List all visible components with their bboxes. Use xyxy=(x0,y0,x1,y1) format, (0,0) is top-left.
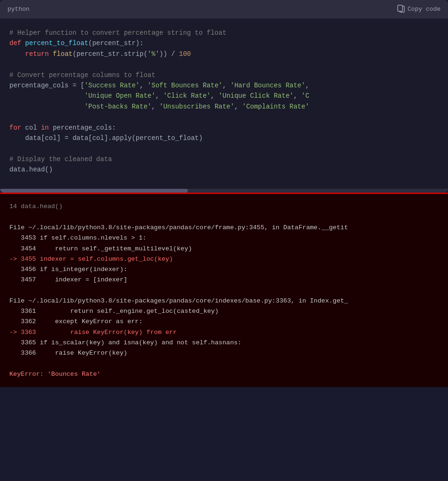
code-line xyxy=(9,112,439,122)
code-scrollbar[interactable] xyxy=(0,189,448,193)
error-line: 14 data.head() xyxy=(9,202,439,212)
language-label: python xyxy=(8,6,30,13)
code-line: # Convert percentage columns to float xyxy=(9,70,439,80)
code-line: 'Unique Open Rate', 'Click Rate', 'Uniqu… xyxy=(9,91,439,101)
code-line: # Helper function to convert percentage … xyxy=(9,28,439,38)
error-line: 3456 if is_integer(indexer): xyxy=(9,264,439,275)
error-line: File ~/.local/lib/python3.8/site-package… xyxy=(9,223,439,233)
error-line: 3457 indexer = [indexer] xyxy=(9,275,439,285)
code-line: def percent_to_float(percent_str): xyxy=(9,38,439,48)
error-line xyxy=(9,286,439,296)
error-key-error: KeyError: 'Bounces Rate' xyxy=(9,369,439,380)
error-line: 3453 if self.columns.nlevels > 1: xyxy=(9,233,439,243)
error-line: -> 3363 raise KeyError(key) from err xyxy=(9,327,439,338)
error-line: File ~/.local/lib/python3.8/site-package… xyxy=(9,296,439,306)
svg-rect-1 xyxy=(398,5,402,11)
error-line: 3361 return self._engine.get_loc(casted_… xyxy=(9,306,439,317)
code-line: percentage_cols = ['Success Rate', 'Soft… xyxy=(9,80,439,91)
error-block: 14 data.head() File ~/.local/lib/python3… xyxy=(0,193,448,387)
copy-button[interactable]: Copy code xyxy=(397,5,440,13)
comment-text: # Helper function to convert percentage … xyxy=(9,29,226,37)
error-line: 3362 except KeyError as err: xyxy=(9,317,439,327)
code-line: for col in percentage_cols: xyxy=(9,123,439,133)
error-line: -> 3455 indexer = self.columns.get_loc(k… xyxy=(9,254,439,264)
error-line: 3365 if is_scalar(key) and isna(key) and… xyxy=(9,338,439,348)
error-line xyxy=(9,358,439,369)
copy-label: Copy code xyxy=(408,6,440,13)
code-line: data[col] = data[col].apply(percent_to_f… xyxy=(9,133,439,143)
code-line: 'Post-backs Rate', 'Unsubscribes Rate', … xyxy=(9,101,439,112)
code-header: python Copy code xyxy=(0,0,448,18)
scroll-thumb[interactable] xyxy=(0,189,188,193)
code-body: # Helper function to convert percentage … xyxy=(0,18,448,189)
error-line: 3366 raise KeyError(key) xyxy=(9,348,439,358)
code-line: # Display the cleaned data xyxy=(9,154,439,164)
code-block: python Copy code # Helper function to co… xyxy=(0,0,448,193)
error-line: 3454 return self._getitem_multilevel(key… xyxy=(9,244,439,254)
copy-icon xyxy=(397,5,405,13)
error-line xyxy=(9,212,439,223)
code-line: return float(percent_str.strip('%')) / 1… xyxy=(9,49,439,59)
code-line xyxy=(9,59,439,70)
code-line xyxy=(9,143,439,154)
code-line: data.head() xyxy=(9,164,439,175)
